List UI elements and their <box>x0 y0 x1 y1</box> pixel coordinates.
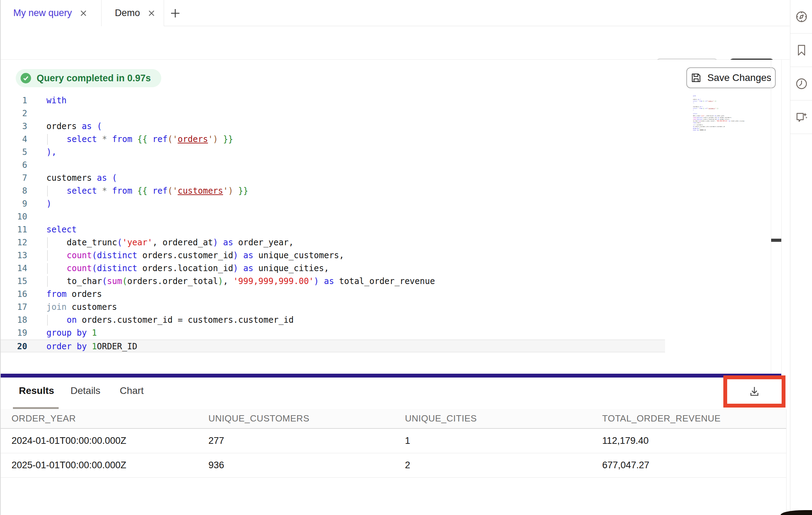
table-cell: 2025-01-01T00:00:00.000Z <box>0 453 197 477</box>
line-number: 19 <box>0 327 27 339</box>
code-line[interactable]: 17join customers <box>0 301 691 314</box>
line-number: 8 <box>0 185 27 197</box>
column-header: TOTAL_ORDER_REVENUE <box>591 409 786 428</box>
table-cell: 277 <box>197 429 393 453</box>
code-line[interactable]: 16from orders <box>0 288 691 301</box>
line-number: 7 <box>0 172 27 185</box>
scrollbar-track <box>771 60 771 374</box>
clock-icon <box>795 77 808 90</box>
code-lines[interactable]: 1with23orders as (4select * from {{ ref(… <box>0 94 691 352</box>
code-line[interactable]: 14count(distinct orders.location_id) as … <box>0 262 691 275</box>
save-icon <box>691 72 702 83</box>
tab-my-new-query[interactable]: My new query <box>0 0 102 26</box>
line-number: 15 <box>0 275 27 288</box>
sidebar-item-history[interactable] <box>790 67 812 100</box>
code-line[interactable]: 9) <box>0 197 691 210</box>
tab-label: My new query <box>13 8 72 18</box>
line-number: 12 <box>0 236 27 249</box>
code-line[interactable]: 20order by 1ORDER_ID <box>0 339 665 352</box>
table-cell: 677,047.27 <box>591 453 786 477</box>
line-number: 2 <box>0 107 27 120</box>
code-line[interactable]: 12date_trunc('year', ordered_at) as orde… <box>0 236 691 249</box>
code-line[interactable]: 18on orders.customer_id = customers.cust… <box>0 314 691 327</box>
code-line[interactable]: 3orders as ( <box>0 120 691 133</box>
sidebar-item-bookmarks[interactable] <box>790 33 812 67</box>
table-cell: 2024-01-01T00:00:00.000Z <box>0 429 197 453</box>
results-tab-results[interactable]: Results <box>19 385 54 396</box>
query-header: MS Your query Develop <box>0 26 790 60</box>
download-icon[interactable] <box>748 385 761 398</box>
sql-editor: Query completed in 0.97s Save Changes 1w… <box>0 60 790 374</box>
code-line[interactable]: 11select <box>0 223 691 236</box>
save-label: Save Changes <box>707 72 772 83</box>
close-icon[interactable] <box>80 9 87 17</box>
code-line[interactable]: 2 <box>0 107 691 120</box>
code-line[interactable]: 7customers as ( <box>0 172 691 185</box>
minimap-content: withorders as (select * from {{ ref('ord… <box>693 95 761 131</box>
new-tab-button[interactable] <box>167 5 184 22</box>
status-text: Query completed in 0.97s <box>37 73 151 84</box>
code-line[interactable]: 4select * from {{ ref('orders') }} <box>0 133 691 146</box>
query-status-badge: Query completed in 0.97s <box>16 69 161 87</box>
divider <box>786 409 787 515</box>
line-number: 18 <box>0 314 27 327</box>
column-header: UNIQUE_CITIES <box>393 409 591 428</box>
code-line[interactable]: 6 <box>0 159 691 172</box>
line-number: 5 <box>0 146 27 159</box>
line-number: 13 <box>0 249 27 262</box>
bookmark-icon <box>795 44 808 57</box>
line-number: 20 <box>0 340 27 353</box>
code-line[interactable]: 1with <box>0 94 691 107</box>
line-number: 4 <box>0 133 27 146</box>
code-line[interactable]: 13count(distinct orders.customer_id) as … <box>0 249 691 262</box>
check-circle-icon <box>21 73 31 83</box>
tab-demo[interactable]: Demo <box>102 0 164 26</box>
line-number: 9 <box>0 197 27 210</box>
code-line[interactable]: 19group by 1 <box>0 327 691 339</box>
table-cell: 1 <box>393 429 591 453</box>
panel-splitter-handle[interactable] <box>0 374 781 378</box>
table-body: 2024-01-01T00:00:00.000Z2771112,179.4020… <box>0 429 786 478</box>
line-number: 11 <box>0 223 27 236</box>
line-number: 3 <box>0 120 27 133</box>
code-line[interactable]: 10 <box>0 210 691 223</box>
results-tab-chart[interactable]: Chart <box>120 385 143 396</box>
save-changes-button[interactable]: Save Changes <box>686 67 776 88</box>
code-line[interactable]: 8select * from {{ ref('customers') }} <box>0 185 691 197</box>
results-panel: ResultsDetailsChart ORDER_YEARUNIQUE_CUS… <box>0 378 790 515</box>
sidebar-item-assistant[interactable] <box>790 100 812 134</box>
scrollbar-thumb[interactable] <box>771 239 781 242</box>
table-header-row: ORDER_YEARUNIQUE_CUSTOMERSUNIQUE_CITIEST… <box>0 409 786 429</box>
right-sidebar <box>790 0 812 515</box>
column-header: ORDER_YEAR <box>0 409 197 428</box>
download-button-annotation <box>723 375 785 408</box>
results-table: ORDER_YEARUNIQUE_CUSTOMERSUNIQUE_CITIEST… <box>0 409 786 478</box>
sidebar-item-explore[interactable] <box>790 0 812 33</box>
plus-icon <box>170 8 180 18</box>
scrollbar-track <box>781 60 782 374</box>
chat-sparkles-icon <box>795 111 808 124</box>
minimap[interactable]: withorders as (select * from {{ ref('ord… <box>693 95 763 158</box>
results-tab-details[interactable]: Details <box>71 385 101 396</box>
table-row[interactable]: 2024-01-01T00:00:00.000Z2771112,179.40 <box>0 429 786 453</box>
compass-icon <box>795 10 808 23</box>
line-number: 14 <box>0 262 27 275</box>
table-cell: 112,179.40 <box>591 429 786 453</box>
line-number: 10 <box>0 210 27 223</box>
table-cell: 2 <box>393 453 591 477</box>
line-number: 1 <box>0 94 27 107</box>
table-row[interactable]: 2025-01-01T00:00:00.000Z9362677,047.27 <box>0 453 786 478</box>
column-header: UNIQUE_CUSTOMERS <box>197 409 393 428</box>
close-icon[interactable] <box>148 9 155 17</box>
code-line[interactable]: 5), <box>0 146 691 159</box>
results-tabs: ResultsDetailsChart <box>0 378 790 409</box>
tab-label: Demo <box>115 8 140 18</box>
line-number: 17 <box>0 301 27 314</box>
table-cell: 936 <box>197 453 393 477</box>
query-ide-window: My new query Demo MS Your query <box>0 0 812 515</box>
line-number: 16 <box>0 288 27 301</box>
code-line[interactable]: 15to_char(sum(orders.order_total), '999,… <box>0 275 691 288</box>
tab-bar: My new query Demo <box>0 0 790 26</box>
line-number: 6 <box>0 159 27 172</box>
